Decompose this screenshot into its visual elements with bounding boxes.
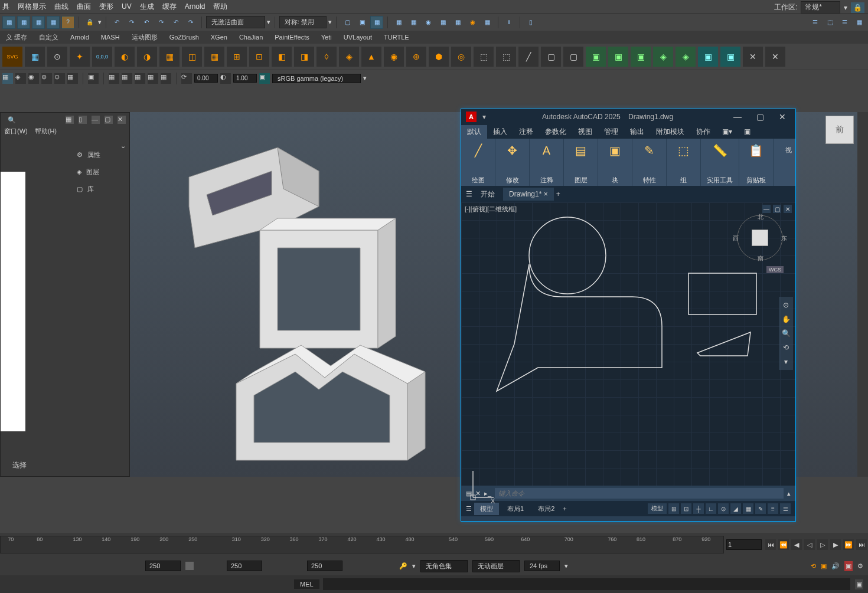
doc-tab-home[interactable]: 开始 [475,187,501,202]
ribbon-tab[interactable]: 默认 [461,125,487,139]
new-layout-icon[interactable]: + [563,505,566,512]
shelf-button[interactable]: ⬚ [474,47,494,67]
view-label[interactable]: 视 [782,139,795,186]
shelf-button[interactable]: ◧ [272,47,292,67]
ribbon-tab[interactable]: 视图 [572,125,598,139]
shelf-tab[interactable]: GoZBrush [164,32,205,42]
menu-icon[interactable]: ☰ [466,505,472,513]
minimize-icon[interactable]: — [92,116,100,124]
undo-icon[interactable]: ↶ [110,16,123,29]
wcs-badge[interactable]: WCS [766,266,784,273]
tool-icon[interactable]: ▦ [451,16,464,29]
panel-icon[interactable]: ▦ [2,73,13,84]
shelf-tab[interactable]: XGen [205,32,233,42]
acad-drawing-area[interactable]: [-][俯视][二维线框] — ▢ ✕ 北 南 东 西 WCS ⊙ ✋ 🔍 ⟲ … [461,202,795,486]
layout-icon[interactable]: ▯ [79,116,87,124]
ribbon-panel-clipboard[interactable]: 📋剪贴板 [739,139,774,186]
go-end-icon[interactable]: ⏭ [856,539,867,550]
maximize-button[interactable]: ▢ [752,111,768,123]
redo-icon[interactable]: ↷ [125,16,138,29]
panel-icon[interactable]: ▣ [259,73,270,84]
panel-icon[interactable]: ▦ [135,73,145,84]
ribbon-tab[interactable]: 注释 [513,125,539,139]
status-icon[interactable]: ▣ [844,561,853,571]
undo-icon[interactable]: ↶ [169,16,182,29]
menu-item[interactable]: 网格显示 [18,2,46,12]
tool-icon[interactable]: ▣ [355,16,368,29]
tool-icon[interactable]: ? [61,16,74,29]
script-icon[interactable]: ▣ [855,579,863,589]
time-ruler[interactable]: 70 80 130 140 190 200 250 310 320 360 37… [0,536,724,553]
status-icon[interactable]: ✎ [755,503,766,514]
wheel-icon[interactable]: ⊙ [780,299,792,311]
shelf-button[interactable]: ▦ [159,47,180,67]
ribbon-panel-modify[interactable]: ✥修改 [495,139,530,186]
ribbon-panel-group[interactable]: ⬚组 [667,139,701,186]
ribbon-panel-draw[interactable]: ╱绘图 [461,139,495,186]
workspace-arrow-icon[interactable]: ▾ [844,4,847,12]
shelf-button[interactable]: ⊞ [227,47,247,67]
nav-icon[interactable]: ▾ [780,356,792,368]
library-tab[interactable]: ▢库 [74,182,103,196]
shelf-tab[interactable]: MASH [95,32,126,42]
panel-icon[interactable]: ◐ [220,73,231,84]
mel-label[interactable]: MEL [294,579,319,589]
search-icon[interactable]: 🔍 [8,116,16,124]
ribbon-panel-utils[interactable]: 📏实用工具 [701,139,739,186]
redo-icon[interactable]: ↷ [184,16,197,29]
status-icon[interactable]: ⊙ [718,503,729,514]
ribbon-panel-annotate[interactable]: A注释 [530,139,564,186]
acad-titlebar[interactable]: A ▾ Autodesk AutoCAD 2025 Drawing1.dwg —… [461,109,795,125]
tool-icon[interactable]: ▦ [47,16,60,29]
play-back-icon[interactable]: ◁ [804,539,815,550]
shelf-button[interactable]: ✦ [70,47,90,67]
mel-command-input[interactable] [323,578,850,590]
panel-icon[interactable]: ▦ [161,73,171,84]
tool-icon[interactable]: ▦ [2,16,15,29]
next-frame-icon[interactable]: ▶ [830,539,841,550]
pause-icon[interactable]: ⏸ [502,16,515,29]
layout-tab[interactable]: 布局1 [501,503,530,515]
command-input[interactable] [495,488,784,499]
workspace-dropdown[interactable]: 常规* [801,1,840,14]
shelf-button[interactable]: ▣ [586,47,606,67]
shelf-button[interactable]: ◈ [339,47,359,67]
current-frame-field[interactable]: 1 [726,539,762,550]
lock-icon[interactable]: 🔒 [83,16,96,29]
ribbon-tab[interactable]: 参数化 [539,125,572,139]
shelf-button[interactable]: ◑ [137,47,157,67]
shelf-button[interactable]: ▦ [25,47,45,67]
status-icon[interactable]: ≡ [768,503,778,514]
shelf-tab[interactable]: Arnold [64,32,95,42]
tool-icon[interactable]: ▦ [481,16,494,29]
layers-tab[interactable]: ◈图层 [74,165,103,179]
panel-icon[interactable]: ⊙ [54,73,65,84]
menu-item[interactable]: UV [122,2,132,11]
pan-icon[interactable]: ✋ [780,313,792,325]
dropdown-arrow-icon[interactable]: ▾ [412,562,416,570]
panel-icon[interactable]: ▦ [109,73,119,84]
model-tab[interactable]: 模型 [474,503,499,515]
shelf-button[interactable]: ⊡ [249,47,269,67]
tool-icon[interactable]: ▦ [436,16,449,29]
ribbon-tab[interactable]: 管理 [598,125,624,139]
dropdown-arrow-icon[interactable]: ▾ [363,74,367,82]
shelf-button[interactable]: ▦ [204,47,224,67]
menu-item[interactable]: 具 [2,2,9,12]
viewcube-top[interactable] [752,230,768,246]
status-icon[interactable]: ⟲ [811,562,816,570]
tool-icon[interactable]: ▯ [524,16,537,29]
shelf-button[interactable]: ⬢ [429,47,449,67]
orbit-icon[interactable]: ⟲ [780,342,792,353]
svg-icon[interactable]: SVG [2,47,22,67]
shelf-button[interactable]: ╱ [518,47,539,67]
layout-icon[interactable]: ▦ [66,116,74,124]
shelf-tab[interactable]: 自定义 [33,31,64,44]
shelf-tab[interactable]: TURTLE [378,32,415,42]
tool-icon[interactable]: ▦ [853,16,866,29]
play-fwd-icon[interactable]: ▷ [817,539,828,550]
menu-item[interactable]: 变形 [99,2,113,12]
status-icon[interactable]: ◢ [730,503,741,514]
panel-icon[interactable]: ◉ [28,73,39,84]
shelf-button[interactable]: ▣ [720,47,740,67]
